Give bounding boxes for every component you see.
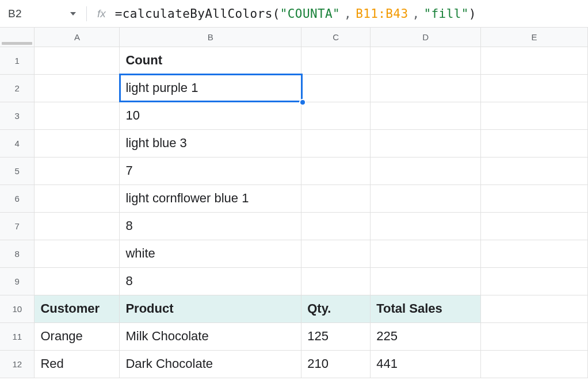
row-header[interactable]: 4 (0, 129, 35, 157)
cell[interactable] (481, 129, 588, 157)
cell[interactable] (481, 102, 588, 129)
cell[interactable] (371, 157, 481, 185)
cell[interactable] (371, 212, 481, 240)
cell-header[interactable]: Total Sales (371, 295, 481, 322)
cell-header[interactable]: Customer (35, 295, 120, 322)
row-header[interactable]: 7 (0, 212, 35, 240)
row-header[interactable]: 1 (0, 47, 35, 74)
cell[interactable]: 125 (301, 322, 371, 350)
cell[interactable]: Count (120, 47, 301, 74)
col-header-b[interactable]: B (120, 28, 301, 47)
formula-input[interactable]: = calculateByAllColors ( "COUNTA" , B11:… (115, 7, 476, 21)
cell[interactable]: 10 (120, 102, 301, 129)
cell[interactable] (371, 74, 481, 102)
row-header[interactable]: 3 (0, 102, 35, 129)
row-header[interactable]: 9 (0, 267, 35, 295)
row-header[interactable]: 11 (0, 322, 35, 350)
col-header-d[interactable]: D (371, 28, 481, 47)
cell[interactable] (371, 185, 481, 212)
cell[interactable] (481, 295, 588, 322)
formula-bar: B2 fx = calculateByAllColors ( "COUNTA" … (0, 0, 588, 28)
cell[interactable] (301, 74, 371, 102)
formula-sep1: , (344, 7, 352, 21)
cell[interactable] (371, 267, 481, 295)
cell[interactable]: Red (35, 350, 120, 378)
cell[interactable] (35, 267, 120, 295)
formula-open: ( (273, 7, 280, 21)
cell[interactable]: 8 (120, 267, 301, 295)
row-header[interactable]: 12 (0, 350, 35, 378)
cell[interactable] (301, 47, 371, 74)
cell[interactable]: light blue 3 (120, 129, 301, 157)
cell[interactable] (481, 74, 588, 102)
spreadsheet-grid[interactable]: A B C D E 1 Count 2 light purple 1 3 10 … (0, 28, 588, 378)
cell[interactable] (371, 129, 481, 157)
cell[interactable] (35, 47, 120, 74)
cell[interactable] (481, 47, 588, 74)
cell[interactable] (481, 350, 588, 378)
cell[interactable] (35, 102, 120, 129)
divider (86, 6, 87, 21)
col-header-e[interactable]: E (481, 28, 588, 47)
col-header-a[interactable]: A (35, 28, 120, 47)
cell[interactable]: white (120, 240, 301, 267)
cell[interactable] (35, 240, 120, 267)
cell[interactable] (481, 212, 588, 240)
cell[interactable] (371, 240, 481, 267)
formula-arg2: B11:B43 (356, 7, 408, 21)
cell-header[interactable]: Product (120, 295, 301, 322)
cell[interactable]: Milk Chocolate (120, 322, 301, 350)
cell[interactable] (481, 267, 588, 295)
cell[interactable]: 210 (301, 350, 371, 378)
formula-close: ) (469, 7, 476, 21)
cell[interactable]: 225 (371, 322, 481, 350)
cell[interactable] (371, 102, 481, 129)
cell[interactable]: 8 (120, 212, 301, 240)
fx-icon: fx (97, 7, 106, 20)
cell[interactable]: Dark Chocolate (120, 350, 301, 378)
name-box[interactable]: B2 (0, 7, 86, 20)
cell[interactable] (481, 240, 588, 267)
cell[interactable]: 7 (120, 157, 301, 185)
cell[interactable] (301, 129, 371, 157)
formula-arg1: "COUNTA" (280, 7, 340, 21)
formula-sep2: , (412, 7, 419, 21)
cell[interactable] (481, 157, 588, 185)
cell[interactable]: Orange (35, 322, 120, 350)
cell[interactable] (371, 47, 481, 74)
cell[interactable] (481, 322, 588, 350)
cell[interactable] (301, 212, 371, 240)
name-box-value: B2 (8, 7, 22, 20)
cell[interactable] (35, 185, 120, 212)
cell[interactable] (35, 212, 120, 240)
row-header[interactable]: 6 (0, 185, 35, 212)
chevron-down-icon (70, 12, 76, 16)
cell[interactable] (481, 185, 588, 212)
cell[interactable] (35, 157, 120, 185)
cell[interactable] (301, 102, 371, 129)
row-header[interactable]: 5 (0, 157, 35, 185)
cell[interactable] (301, 267, 371, 295)
select-all-corner[interactable] (0, 28, 35, 47)
formula-eq: = (115, 7, 123, 21)
row-header[interactable]: 2 (0, 74, 35, 102)
row-header[interactable]: 10 (0, 295, 35, 322)
row-header[interactable]: 8 (0, 240, 35, 267)
formula-arg3: "fill" (424, 7, 469, 21)
cell[interactable] (35, 129, 120, 157)
cell[interactable]: 441 (371, 350, 481, 378)
cell[interactable] (35, 74, 120, 102)
cell[interactable] (301, 240, 371, 267)
cell[interactable] (301, 185, 371, 212)
cell-header[interactable]: Qty. (301, 295, 371, 322)
cell[interactable]: light cornflower blue 1 (120, 185, 301, 212)
cell[interactable] (301, 157, 371, 185)
col-header-c[interactable]: C (301, 28, 371, 47)
formula-func: calculateByAllColors (123, 7, 273, 21)
cell-selected[interactable]: light purple 1 (120, 74, 301, 102)
